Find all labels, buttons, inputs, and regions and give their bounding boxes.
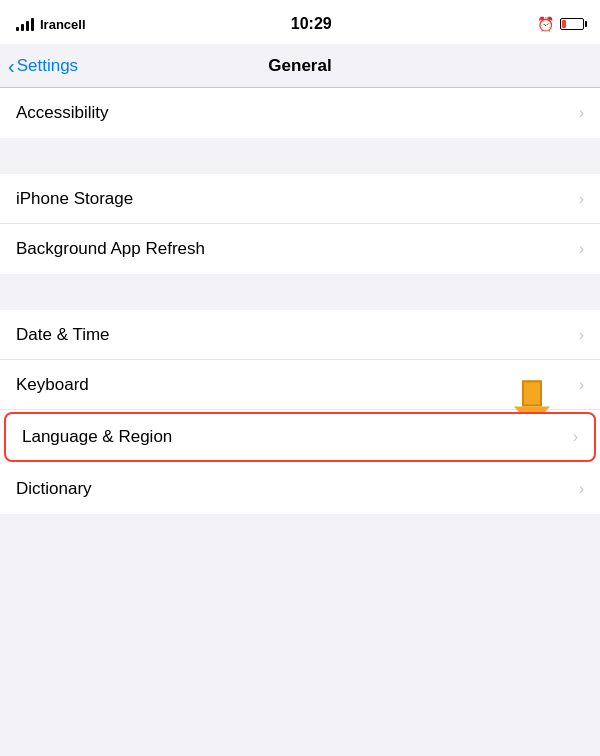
status-time: 10:29	[291, 15, 332, 33]
dictionary-row[interactable]: Dictionary ›	[0, 464, 600, 514]
dictionary-chevron-icon: ›	[579, 480, 584, 498]
accessibility-label: Accessibility	[16, 103, 109, 123]
status-right: ⏰	[537, 16, 584, 32]
dictionary-label: Dictionary	[16, 479, 92, 499]
alarm-icon: ⏰	[537, 16, 554, 32]
keyboard-label: Keyboard	[16, 375, 89, 395]
settings-container: Accessibility › iPhone Storage › Backgro…	[0, 88, 600, 514]
date-time-row[interactable]: Date & Time ›	[0, 310, 600, 360]
signal-bars	[16, 17, 34, 31]
carrier-name: Irancell	[40, 17, 86, 32]
settings-section-3: Date & Time › Keyboard › Language & Regi…	[0, 310, 600, 514]
status-bar: Irancell 10:29 ⏰	[0, 0, 600, 44]
background-app-refresh-label: Background App Refresh	[16, 239, 205, 259]
battery-level	[562, 20, 566, 28]
nav-bar: ‹ Settings General	[0, 44, 600, 88]
iphone-storage-chevron-icon: ›	[579, 190, 584, 208]
settings-section-1: Accessibility ›	[0, 88, 600, 138]
status-left: Irancell	[16, 17, 86, 32]
back-button[interactable]: ‹ Settings	[8, 56, 78, 76]
language-region-row[interactable]: Language & Region ›	[4, 412, 596, 462]
language-region-label: Language & Region	[22, 427, 172, 447]
date-time-chevron-icon: ›	[579, 326, 584, 344]
keyboard-chevron-icon: ›	[579, 376, 584, 394]
battery-icon	[560, 18, 584, 30]
background-app-refresh-chevron-icon: ›	[579, 240, 584, 258]
section-divider-1	[0, 138, 600, 174]
back-chevron-icon: ‹	[8, 56, 15, 76]
date-time-label: Date & Time	[16, 325, 110, 345]
battery-container	[560, 18, 584, 30]
keyboard-row[interactable]: Keyboard ›	[0, 360, 600, 410]
accessibility-row[interactable]: Accessibility ›	[0, 88, 600, 138]
section-divider-2	[0, 274, 600, 310]
back-label: Settings	[17, 56, 78, 76]
page-title: General	[268, 56, 331, 76]
iphone-storage-row[interactable]: iPhone Storage ›	[0, 174, 600, 224]
settings-section-2: iPhone Storage › Background App Refresh …	[0, 174, 600, 274]
accessibility-chevron-icon: ›	[579, 104, 584, 122]
language-region-chevron-icon: ›	[573, 428, 578, 446]
background-app-refresh-row[interactable]: Background App Refresh ›	[0, 224, 600, 274]
language-region-row-wrapper: Language & Region ›	[0, 412, 600, 462]
iphone-storage-label: iPhone Storage	[16, 189, 133, 209]
